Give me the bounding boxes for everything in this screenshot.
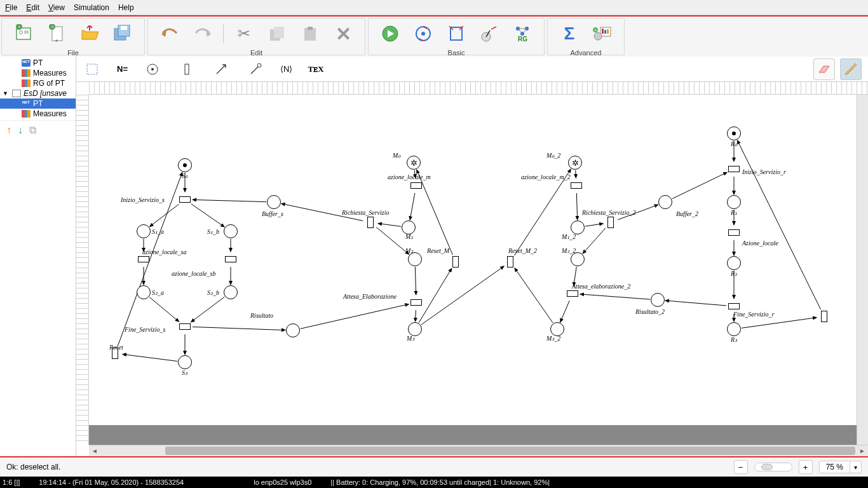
petri-node[interactable] bbox=[567, 290, 578, 297]
petri-label: Buffer_2 bbox=[676, 210, 698, 217]
petri-node[interactable] bbox=[728, 303, 740, 309]
scrollbar-horizontal[interactable]: ◄ ► bbox=[89, 445, 868, 456]
menu-view[interactable]: View bbox=[48, 3, 65, 12]
petri-node[interactable] bbox=[727, 256, 741, 270]
petri-node[interactable] bbox=[225, 256, 236, 262]
sidebar: PT Measures RG of PT ▼EsD [unsave PT Mea… bbox=[0, 57, 76, 456]
petri-node[interactable] bbox=[728, 229, 740, 236]
duplicate-button[interactable]: ⧉ bbox=[29, 125, 36, 136]
config-button[interactable]: + bbox=[590, 21, 615, 46]
toolbar-group-basic: RG Basic bbox=[368, 18, 545, 55]
petri-node[interactable] bbox=[137, 285, 151, 299]
petri-node[interactable] bbox=[727, 126, 741, 140]
zoom-dropdown-icon[interactable]: ▾ bbox=[850, 461, 861, 473]
petri-node[interactable] bbox=[728, 166, 740, 172]
save-all-button[interactable] bbox=[110, 21, 135, 46]
petri-node[interactable] bbox=[727, 195, 741, 209]
petri-node[interactable] bbox=[571, 220, 585, 234]
redo-button[interactable] bbox=[190, 21, 215, 46]
structural-button[interactable] bbox=[410, 21, 436, 46]
petri-node[interactable] bbox=[607, 217, 614, 228]
paste-button[interactable] bbox=[297, 21, 323, 46]
menu-help[interactable]: Help bbox=[118, 3, 134, 12]
undo-button[interactable] bbox=[157, 21, 182, 46]
n-assign-tool[interactable]: N= bbox=[117, 60, 128, 79]
angle-n-tool[interactable]: ⟨N⟩ bbox=[280, 60, 292, 79]
rg-button[interactable]: RG bbox=[510, 21, 535, 46]
petri-node[interactable] bbox=[571, 182, 582, 189]
zoom-slider[interactable] bbox=[754, 463, 792, 471]
scroll-left-arrow[interactable]: ◄ bbox=[89, 445, 100, 456]
tree-item-pt[interactable]: PT bbox=[0, 58, 76, 68]
scroll-right-arrow[interactable]: ► bbox=[857, 445, 868, 456]
inhibitor-tool[interactable] bbox=[246, 60, 265, 79]
petri-node[interactable] bbox=[651, 293, 665, 307]
petri-node[interactable] bbox=[452, 256, 459, 268]
tree-item-measures-2[interactable]: Measures bbox=[0, 109, 76, 119]
petri-node[interactable] bbox=[821, 311, 827, 322]
petri-node[interactable] bbox=[658, 195, 672, 209]
open-button[interactable] bbox=[77, 21, 102, 46]
menu-file[interactable]: FFileile bbox=[5, 3, 17, 12]
new-net-button[interactable]: + bbox=[11, 21, 36, 46]
select-tool[interactable] bbox=[83, 60, 102, 79]
move-up-button[interactable]: ↑ bbox=[6, 125, 11, 136]
zoom-in-button[interactable]: + bbox=[799, 460, 813, 474]
move-down-button[interactable]: ↓ bbox=[18, 125, 23, 136]
zoom-select[interactable]: 75 % ▾ bbox=[819, 461, 862, 473]
cut-button[interactable]: ✂ bbox=[231, 21, 257, 46]
scroll-thumb[interactable] bbox=[165, 447, 855, 455]
tex-tool[interactable]: TᴇX bbox=[308, 60, 323, 79]
sigma-button[interactable]: Σ bbox=[557, 21, 582, 46]
eraser-button[interactable] bbox=[813, 58, 835, 80]
petri-node[interactable] bbox=[727, 322, 741, 336]
petri-label: Inizio_Servizio_r bbox=[742, 168, 786, 175]
canvas-viewport[interactable]: S₀Buffer_sS₁_aS₁_bS₂_aS₂_bRisultatoS₃M₁M… bbox=[89, 95, 868, 445]
petri-node[interactable] bbox=[138, 256, 149, 262]
petri-node[interactable] bbox=[267, 195, 281, 209]
petri-node[interactable] bbox=[571, 252, 585, 266]
svg-text:+: + bbox=[594, 28, 597, 32]
bounds-button[interactable] bbox=[444, 21, 469, 46]
project-tree[interactable]: PT Measures RG of PT ▼EsD [unsave PT Mea… bbox=[0, 57, 76, 120]
petri-net-canvas[interactable]: S₀Buffer_sS₁_aS₁_bS₂_aS₂_bRisultatoS₃M₁M… bbox=[89, 95, 868, 425]
arc-tool[interactable] bbox=[212, 60, 231, 79]
petri-node[interactable] bbox=[568, 156, 582, 170]
zoom-out-button[interactable]: − bbox=[734, 460, 748, 474]
petri-node[interactable] bbox=[137, 224, 151, 238]
tree-item-measures[interactable]: Measures bbox=[0, 68, 76, 78]
petri-node[interactable] bbox=[367, 217, 374, 228]
measure-button[interactable] bbox=[477, 21, 502, 46]
petri-node[interactable] bbox=[410, 299, 422, 306]
scrollbar-vertical[interactable] bbox=[857, 95, 868, 445]
petri-node[interactable] bbox=[179, 323, 191, 330]
petri-node[interactable] bbox=[179, 196, 191, 203]
petri-node[interactable] bbox=[550, 322, 564, 336]
transition-tool[interactable] bbox=[177, 60, 196, 79]
petri-node[interactable] bbox=[178, 158, 192, 172]
petri-label: M₀_2 bbox=[546, 152, 560, 159]
place-tool[interactable] bbox=[143, 60, 162, 79]
petri-node[interactable] bbox=[224, 224, 238, 238]
tree-item-esd[interactable]: ▼EsD [unsave bbox=[0, 88, 76, 98]
petri-label: Fine_Servizio_r bbox=[733, 311, 774, 318]
petri-node[interactable] bbox=[286, 323, 300, 337]
petri-node[interactable] bbox=[224, 285, 238, 299]
delete-button[interactable]: ✕ bbox=[330, 21, 356, 46]
petri-node[interactable] bbox=[507, 256, 513, 268]
petri-node[interactable] bbox=[408, 252, 422, 266]
tree-item-pt-selected[interactable]: PT bbox=[0, 98, 76, 109]
play-button[interactable] bbox=[377, 21, 403, 46]
tree-item-rg[interactable]: RG of PT bbox=[0, 78, 76, 88]
petri-node[interactable] bbox=[178, 355, 192, 369]
menu-edit[interactable]: Edit bbox=[26, 3, 39, 12]
petri-node[interactable] bbox=[402, 220, 416, 234]
menu-simulation[interactable]: Simulation bbox=[74, 3, 109, 12]
petri-node[interactable] bbox=[408, 322, 422, 336]
new-page-button[interactable]: + bbox=[44, 21, 69, 46]
copy-button[interactable] bbox=[264, 21, 290, 46]
petri-node[interactable] bbox=[410, 182, 422, 189]
petri-label: R₂ bbox=[731, 270, 737, 277]
petri-node[interactable] bbox=[407, 156, 421, 170]
ruler-toggle-button[interactable] bbox=[840, 58, 862, 80]
